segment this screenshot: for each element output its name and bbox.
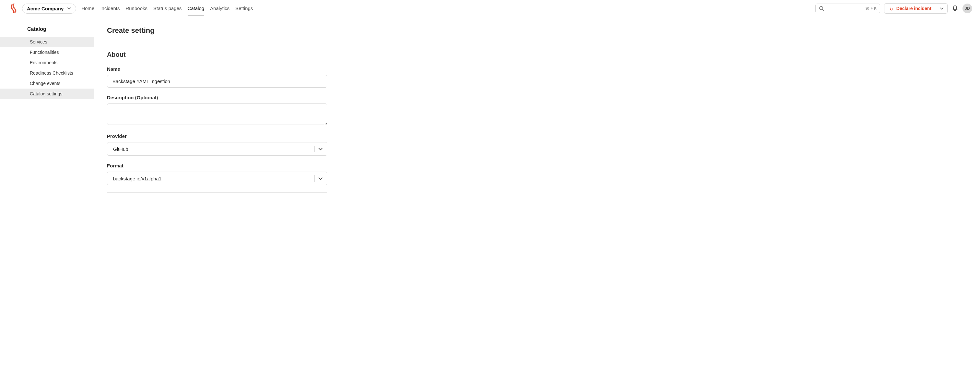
declare-incident-group: Declare incident (884, 3, 948, 14)
format-value: backstage.io/v1alpha1 (113, 176, 311, 181)
sidebar-item-readiness-checklists[interactable]: Readiness Checklists (0, 68, 94, 78)
sidebar-item-catalog-settings[interactable]: Catalog settings (0, 89, 94, 99)
sidebar-item-change-events[interactable]: Change events (0, 78, 94, 89)
name-input[interactable] (107, 75, 327, 88)
select-divider (314, 175, 315, 182)
field-provider: Provider GitHub (107, 133, 438, 156)
sidebar-item-services[interactable]: Services (0, 37, 94, 47)
format-select[interactable]: backstage.io/v1alpha1 (107, 172, 327, 185)
chevron-down-icon (318, 146, 323, 152)
provider-value: GitHub (113, 146, 311, 152)
nav-catalog[interactable]: Catalog (188, 1, 205, 16)
section-about-title: About (107, 51, 438, 58)
brand-logo (8, 3, 18, 13)
nav-analytics[interactable]: Analytics (210, 1, 229, 16)
page-body: Catalog Services Functionalities Environ… (0, 17, 980, 377)
select-divider (314, 146, 315, 152)
format-label: Format (107, 163, 438, 168)
nav-status-pages[interactable]: Status pages (153, 1, 182, 16)
main-content: Create setting About Name Description (O… (94, 17, 450, 377)
primary-nav: Home Incidents Runbooks Status pages Cat… (81, 1, 253, 16)
chevron-down-icon (940, 6, 944, 11)
fire-icon (889, 6, 894, 11)
notifications-icon[interactable] (951, 5, 959, 12)
search-icon (819, 6, 824, 11)
description-input[interactable] (107, 104, 327, 125)
provider-select[interactable]: GitHub (107, 142, 327, 156)
search-shortcut: ⌘ + K (865, 6, 876, 11)
field-description: Description (Optional) (107, 95, 438, 126)
declare-incident-label: Declare incident (896, 6, 931, 11)
user-avatar[interactable]: JD (963, 3, 972, 13)
sidebar-item-functionalities[interactable]: Functionalities (0, 47, 94, 58)
nav-incidents[interactable]: Incidents (100, 1, 119, 16)
sidebar: Catalog Services Functionalities Environ… (0, 17, 94, 377)
svg-line-1 (822, 10, 824, 11)
field-name: Name (107, 66, 438, 88)
sidebar-item-environments[interactable]: Environments (0, 58, 94, 68)
nav-home[interactable]: Home (81, 1, 94, 16)
name-label: Name (107, 66, 438, 72)
field-format: Format backstage.io/v1alpha1 (107, 163, 438, 185)
sidebar-title: Catalog (0, 26, 94, 32)
search-box[interactable]: ⌘ + K (815, 3, 880, 13)
nav-runbooks[interactable]: Runbooks (126, 1, 148, 16)
nav-settings[interactable]: Settings (235, 1, 253, 16)
provider-label: Provider (107, 133, 438, 139)
description-label: Description (Optional) (107, 95, 438, 100)
topbar-right: ⌘ + K Declare incident JD (815, 3, 972, 14)
page-title: Create setting (107, 26, 438, 35)
section-divider (107, 192, 327, 193)
declare-incident-dropdown[interactable] (936, 3, 947, 13)
company-name: Acme Company (27, 6, 64, 11)
chevron-down-icon (318, 176, 323, 181)
chevron-down-icon (67, 6, 71, 11)
topbar: Acme Company Home Incidents Runbooks Sta… (0, 0, 980, 17)
declare-incident-button[interactable]: Declare incident (885, 3, 936, 13)
company-selector[interactable]: Acme Company (22, 3, 76, 14)
